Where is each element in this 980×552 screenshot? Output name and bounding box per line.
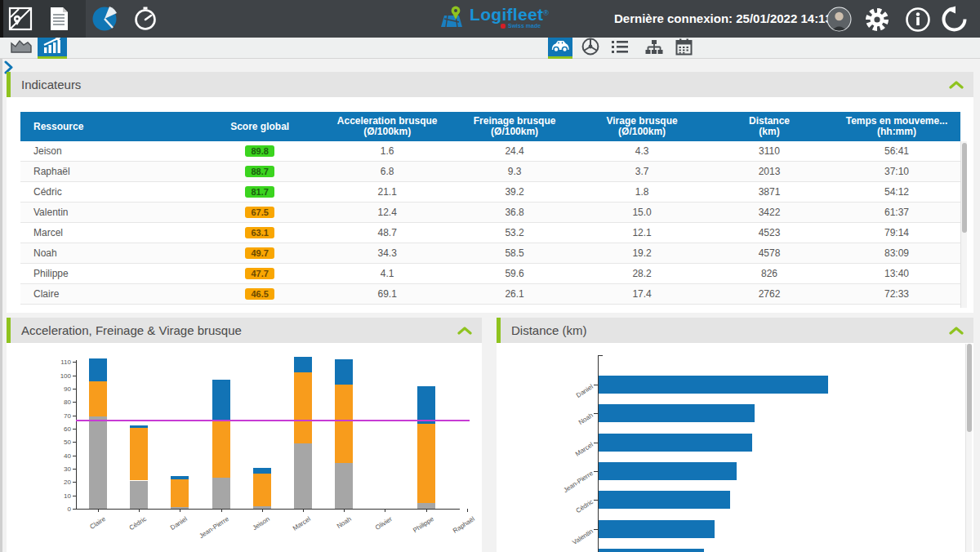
value-cell: 56:41 xyxy=(833,145,960,157)
table-row[interactable]: Jeison89.81.624.44.3311056:41 xyxy=(20,141,960,162)
column-header: Acceleration brusque(Ø/100km) xyxy=(323,116,451,137)
distance-bar[interactable] xyxy=(599,520,715,538)
stacked-bar-segment[interactable] xyxy=(171,479,189,507)
stacked-bar-segment[interactable] xyxy=(417,424,435,503)
chevron-up-icon xyxy=(949,78,964,92)
table-row[interactable]: Noah49.734.358.519.2457883:09 xyxy=(20,243,960,264)
value-cell: 4.3 xyxy=(578,145,706,157)
logo-subtitle: Swiss made xyxy=(508,23,541,29)
table-scrollbar-thumb[interactable] xyxy=(962,143,967,233)
value-cell: 21.1 xyxy=(323,186,451,198)
x-tick-mark xyxy=(426,509,427,512)
score-badge: 81.7 xyxy=(245,186,274,198)
value-cell: 2013 xyxy=(706,166,833,177)
collapse-stacked-chart-button[interactable] xyxy=(457,323,472,338)
map-tab[interactable] xyxy=(8,7,34,33)
value-cell: 2762 xyxy=(706,288,833,300)
list-view-tab[interactable] xyxy=(608,38,632,59)
calendar-tab[interactable] xyxy=(671,38,696,59)
value-cell: 4523 xyxy=(706,227,833,238)
value-cell: 26.1 xyxy=(451,288,578,300)
distance-bar[interactable] xyxy=(599,549,704,552)
refresh-button[interactable] xyxy=(941,6,967,32)
value-cell: 3871 xyxy=(706,186,833,198)
distance-chart-scrollbar-thumb[interactable] xyxy=(967,344,972,432)
reports-tab[interactable] xyxy=(47,7,74,33)
value-cell: 36.8 xyxy=(451,207,578,218)
stacked-bar-segment[interactable] xyxy=(130,428,148,480)
stacked-bar-segment[interactable] xyxy=(89,416,107,509)
stacked-bar-segment[interactable] xyxy=(89,358,107,381)
timer-tab[interactable] xyxy=(133,7,159,33)
stacked-bar-segment[interactable] xyxy=(212,421,230,477)
value-cell: 826 xyxy=(706,268,833,279)
table-row[interactable]: Raphaël88.76.89.33.7201337:10 xyxy=(20,162,960,182)
column-header: Freinage brusque(Ø/100km) xyxy=(451,116,578,137)
value-cell: 6.8 xyxy=(323,166,451,177)
column-header: Score global xyxy=(196,122,323,132)
logo-text: Logifleet xyxy=(470,5,543,24)
stacked-bar-segment[interactable] xyxy=(253,474,271,506)
value-cell: 48.7 xyxy=(323,227,451,238)
stacked-bar-segment[interactable] xyxy=(253,468,271,474)
logo-reg-mark: ® xyxy=(543,9,549,17)
collapse-distance-chart-button[interactable] xyxy=(949,323,964,338)
resource-name: Noah xyxy=(20,247,196,259)
table-row[interactable]: Valentin67.512.436.815.0342261:37 xyxy=(20,203,960,223)
distance-bar[interactable] xyxy=(599,376,828,394)
value-cell: 54:12 xyxy=(833,186,960,198)
x-tick-mark xyxy=(385,509,385,512)
distance-bar[interactable] xyxy=(599,491,730,509)
stacked-bar-segment[interactable] xyxy=(335,463,353,509)
score-cell: 47.7 xyxy=(196,268,323,279)
distance-bar[interactable] xyxy=(599,434,752,452)
vehicles-tab[interactable] xyxy=(548,38,572,59)
distance-chart-scrollbar[interactable] xyxy=(965,344,972,552)
table-row[interactable]: Cédric81.721.139.21.8387154:12 xyxy=(20,182,960,203)
drivers-tab[interactable] xyxy=(578,38,603,59)
distance-bar[interactable] xyxy=(599,404,755,422)
hierarchy-tab[interactable] xyxy=(642,38,666,59)
gear-icon xyxy=(864,21,890,35)
logifleet-logo[interactable]: Logifleet® Swiss made xyxy=(439,4,549,33)
distance-bar[interactable] xyxy=(599,462,737,480)
settings-button[interactable] xyxy=(864,7,890,33)
info-button[interactable] xyxy=(905,7,931,33)
chart-toolbar xyxy=(0,38,980,59)
bar-chart-icon xyxy=(42,38,62,56)
stacked-bar-segment[interactable] xyxy=(212,478,230,509)
table-row[interactable]: Philippe47.74.159.628.282613:40 xyxy=(20,264,960,284)
stacked-bar-segment[interactable] xyxy=(89,381,107,416)
stacked-bar-segment[interactable] xyxy=(294,443,312,509)
area-chart-icon xyxy=(11,38,32,58)
area-chart-view-button[interactable] xyxy=(10,38,33,59)
stacked-chart-header: Acceleration, Freinage & Virage brusque xyxy=(7,318,482,343)
top-navbar: Logifleet® Swiss made Dernière connexion… xyxy=(0,0,980,38)
panel-title: Distance (km) xyxy=(511,323,949,337)
stacked-bar-segment[interactable] xyxy=(294,372,312,443)
value-cell: 58.5 xyxy=(451,247,578,259)
bar-chart-view-button[interactable] xyxy=(38,38,67,59)
stacked-bar-segment[interactable] xyxy=(130,481,148,509)
stacked-bar-segment[interactable] xyxy=(130,425,148,428)
distance-chart-header: Distance (km) xyxy=(497,318,973,343)
user-avatar[interactable] xyxy=(826,7,853,33)
stacked-bar-segment[interactable] xyxy=(417,503,435,509)
resource-name: Cédric xyxy=(20,186,196,198)
stacked-bar-segment[interactable] xyxy=(171,476,189,479)
dashboard-tab[interactable] xyxy=(91,6,118,32)
value-cell: 83:09 xyxy=(833,247,960,259)
table-row[interactable]: Claire46.569.126.117.4276272:33 xyxy=(20,284,960,305)
stacked-bar-segment[interactable] xyxy=(294,357,312,373)
table-row[interactable]: Marcel63.148.753.212.1452379:14 xyxy=(20,223,960,243)
table-scrollbar[interactable] xyxy=(960,141,967,308)
score-badge: 67.5 xyxy=(245,207,274,218)
stacked-bar-segment[interactable] xyxy=(212,380,230,421)
collapse-indicateurs-button[interactable] xyxy=(949,78,964,92)
stacked-bar-segment[interactable] xyxy=(335,359,353,385)
value-cell: 72:33 xyxy=(833,288,960,300)
stacked-bar-segment[interactable] xyxy=(417,386,435,424)
column-header: Ressource xyxy=(20,122,196,132)
stacked-bar-segment[interactable] xyxy=(335,385,353,463)
value-cell: 69.1 xyxy=(323,288,451,300)
